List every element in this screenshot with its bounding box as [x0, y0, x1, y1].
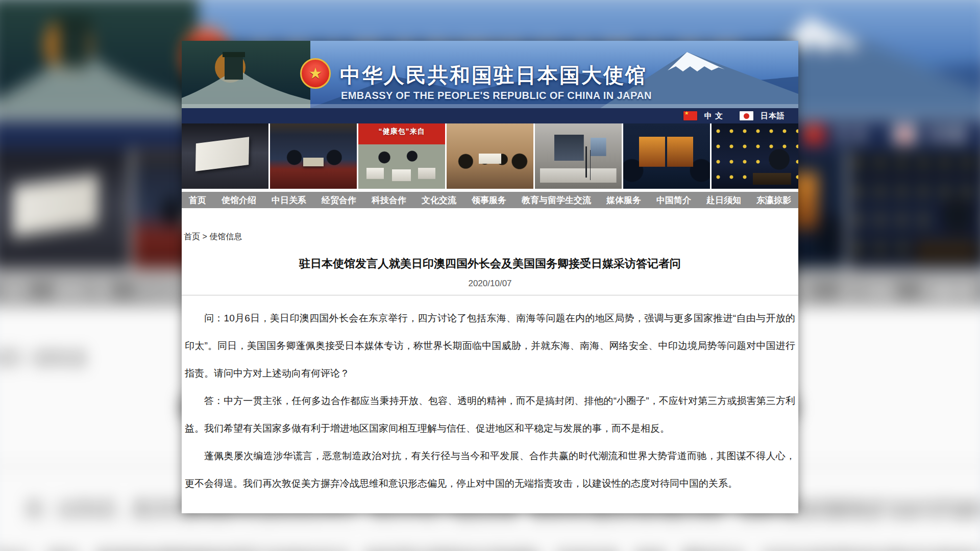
embassy-title-cn: 中华人民共和国驻日本国大使馆 — [340, 61, 647, 89]
article-date: 2020/10/07 — [182, 279, 798, 289]
nav-item-consular-services[interactable]: 领事服务 — [472, 194, 506, 206]
nav-bar: 首页 使馆介绍 中日关系 经贸合作 科技合作 文化交流 领事服务 教育与留学生交… — [182, 192, 798, 208]
photo-health-kits-donation[interactable]: “健康包”来自 — [358, 123, 445, 189]
divider — [182, 295, 798, 295]
nav-item-media-services[interactable]: 媒体服务 — [606, 194, 641, 206]
language-bar: 中 文 日本語 — [182, 108, 798, 123]
nav-item-china-japan-relations[interactable]: 中日关系 — [272, 194, 306, 206]
photo-certificate-group[interactable] — [447, 123, 533, 189]
nav-item-embassy-info[interactable]: 使馆介绍 — [222, 194, 256, 206]
article-paragraph-closing: 蓬佩奥屡次编造涉华谎言，恶意制造政治对抗，有关行径与当今和平发展、合作共赢的时代… — [185, 442, 795, 497]
photo-officials-meeting[interactable] — [270, 123, 357, 189]
header-banner: ★ 中华人民共和国驻日本国大使馆 EMBASSY OF THE PEOPLE'S… — [182, 41, 798, 108]
china-flag-icon — [683, 111, 697, 120]
nav-item-cultural-exchange[interactable]: 文化交流 — [422, 194, 456, 206]
china-national-emblem-icon: ★ — [300, 58, 331, 89]
article-title: 驻日本使馆发言人就美日印澳四国外长会及美国国务卿接受日媒采访答记者问 — [182, 256, 798, 271]
japan-flag-icon — [740, 111, 753, 120]
embassy-title-en: EMBASSY OF THE PEOPLE'S REPUBLIC OF CHIN… — [341, 90, 652, 102]
article-body: 问：10月6日，美日印澳四国外长会在东京举行，四方讨论了包括东海、南海等问题在内… — [185, 305, 795, 497]
nav-item-sci-tech-cooperation[interactable]: 科技合作 — [372, 194, 406, 206]
language-link-japanese[interactable]: 日本語 — [761, 111, 785, 121]
screen: ★ 中华人民共和国驻日本国大使馆 EMBASSY OF THE PEOPLE'S… — [0, 0, 980, 551]
nav-item-photo-gallery[interactable]: 东瀛掠影 — [756, 194, 791, 206]
article-paragraph-question: 问：10月6日，美日印澳四国外长会在东京举行，四方讨论了包括东海、南海等问题在内… — [185, 305, 795, 387]
nav-item-about-china[interactable]: 中国简介 — [656, 194, 691, 206]
nav-item-economic-cooperation[interactable]: 经贸合作 — [322, 194, 356, 206]
photo-interview-desk[interactable] — [712, 123, 798, 189]
photo-letter-document[interactable] — [182, 123, 268, 189]
page-panel: ★ 中华人民共和国驻日本国大使馆 EMBASSY OF THE PEOPLE'S… — [182, 41, 798, 513]
photo-video-conference[interactable] — [535, 123, 622, 189]
health-kit-banner-text: “健康包”来自 — [358, 127, 445, 136]
article-paragraph-answer: 答：中方一贯主张，任何多边合作都应当秉持开放、包容、透明的精神，而不是搞封闭、排… — [185, 387, 795, 442]
nav-item-education-students[interactable]: 教育与留学生交流 — [522, 194, 591, 206]
language-link-chinese[interactable]: 中 文 — [704, 111, 723, 121]
photo-tokyo-tower-screens[interactable] — [623, 123, 710, 189]
nav-item-home[interactable]: 首页 — [189, 194, 206, 206]
nav-item-travel-notice[interactable]: 赴日须知 — [706, 194, 741, 206]
photo-strip: “健康包”来自 — [182, 123, 798, 189]
breadcrumb[interactable]: 首页 > 使馆信息 — [184, 232, 798, 242]
